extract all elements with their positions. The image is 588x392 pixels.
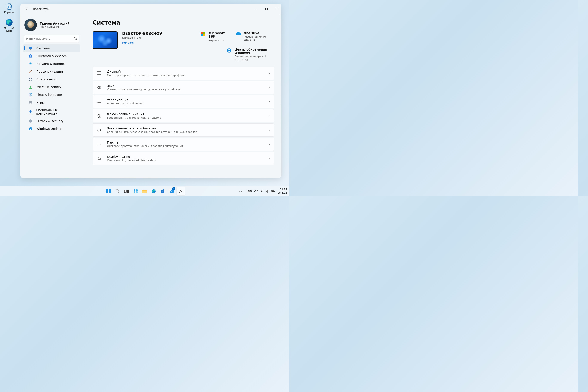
clock[interactable]: 21:57 28.6.21 [278,188,287,194]
svg-rect-17 [97,72,101,74]
nav-accessibility[interactable]: Специальные возможности [23,106,80,117]
card-nearby-title: Nearby sharing [107,155,264,158]
sidebar: Ткачев Анатолий info@comss.ru Система Bl… [20,14,83,178]
nav-privacy[interactable]: Privacy & security [23,117,80,125]
mail-button[interactable]: 1 [168,187,176,196]
svg-point-14 [30,110,31,111]
svg-rect-3 [29,47,32,49]
settings-taskbar[interactable] [176,187,185,196]
edge-taskbar[interactable] [149,187,158,196]
info-onedrive[interactable]: OneDrive Резервная копия сделана [236,32,274,42]
card-nearby[interactable]: Nearby sharing Discoverability, received… [93,152,274,165]
onedrive-icon [236,32,241,36]
svg-rect-21 [106,189,108,191]
svg-rect-26 [124,190,126,192]
edge-shortcut[interactable]: Microsoft Edge [2,18,17,32]
window-title: Параметры [33,7,50,10]
chevron-right-icon: › [269,100,270,103]
card-power-title: Завершение работы и батарея [107,126,264,130]
task-view[interactable] [122,187,131,196]
sync-icon [227,48,232,53]
svg-rect-24 [109,192,111,194]
start-button[interactable] [104,187,113,196]
card-sound-sub: Уровни громкости, вывод, ввод, звуковые … [107,88,264,91]
info-update-title: Центр обновления Windows [234,48,274,54]
rename-link[interactable]: Rename [122,41,134,44]
search-box [24,35,79,42]
recycle-bin-icon [5,2,14,11]
nav-gaming[interactable]: Игры [23,99,80,106]
bluetooth-icon [28,54,32,58]
card-sound[interactable]: Звук Уровни громкости, вывод, ввод, звук… [93,81,274,94]
minimize-button[interactable] [252,5,262,12]
info-onedrive-sub: Резервная копия сделана [244,35,274,41]
tray-icons[interactable] [254,190,275,193]
search-taskbar[interactable] [113,187,122,196]
svg-rect-35 [163,191,163,192]
wifi-tray-icon [260,190,264,192]
widgets-button[interactable] [131,187,140,196]
device-model: Surface Pro 6 [122,36,162,39]
display-icon [96,70,102,76]
update-icon [28,127,32,131]
profile-email: info@comss.ru [40,25,70,28]
card-notifications[interactable]: Уведомления Alerts from apps and system … [93,95,274,108]
explorer-button[interactable] [140,187,149,196]
nav-apps[interactable]: Приложения [23,76,80,83]
nav-bluetooth-label: Bluetooth & devices [36,54,66,58]
store-icon [160,189,165,194]
language-indicator[interactable]: ENG [246,190,252,193]
bell-icon [96,99,102,104]
svg-rect-30 [134,192,136,193]
card-notifications-sub: Alerts from apps and system [107,102,264,105]
share-icon [96,156,102,161]
nav-network[interactable]: Network & internet [23,60,80,68]
back-button[interactable] [22,5,30,12]
chevron-up-icon [240,190,242,192]
card-focus[interactable]: Фокусировка внимания Уведомления, автома… [93,109,274,122]
nav-personalization[interactable]: Персонализация [23,68,80,76]
scrollbar-thumb[interactable] [280,14,280,105]
nav-gaming-label: Игры [36,101,44,104]
store-button[interactable] [158,187,167,196]
profile-block[interactable]: Ткачев Анатолий info@comss.ru [24,19,79,31]
info-windows-update[interactable]: Центр обновления Windows Последняя прове… [227,48,274,61]
card-storage[interactable]: Память Дисковое пространство, диски, пра… [93,138,274,151]
search-icon [116,189,120,194]
search-input[interactable] [24,35,79,42]
close-button[interactable] [272,5,281,12]
svg-rect-27 [127,190,129,192]
task-view-icon [124,190,129,193]
maximize-button[interactable] [262,5,272,12]
close-icon [275,8,278,10]
svg-point-2 [74,37,76,39]
info-ms365-sub: Управление [209,39,229,42]
nav-time[interactable]: Time & language [23,91,80,99]
svg-rect-37 [163,192,163,192]
svg-point-25 [116,190,118,192]
nav-privacy-label: Privacy & security [36,119,64,123]
svg-point-39 [180,190,182,192]
device-thumbnail [93,32,118,49]
info-ms365[interactable]: Microsoft 365 Управление [201,32,229,42]
device-block: DESKTOP-ERBC4QV Surface Pro 6 Rename [93,32,197,61]
card-display[interactable]: Дисплей Мониторы, яркость, ночной свет, … [93,66,274,80]
card-power[interactable]: Завершение работы и батарея Спящий режим… [93,123,274,137]
info-cards: Microsoft 365 Управление OneDrive Резерв… [201,32,274,61]
widgets-icon [133,189,138,194]
scrollbar[interactable] [280,14,281,178]
recycle-bin[interactable]: Корзина [2,2,17,14]
card-focus-sub: Уведомления, автоматические правила [107,116,264,119]
svg-rect-10 [29,80,30,81]
nav-bluetooth[interactable]: Bluetooth & devices [23,52,80,60]
arrow-left-icon [24,7,28,10]
titlebar: Параметры [20,4,281,14]
tray-expand[interactable] [240,190,244,192]
nav-update[interactable]: Windows Update [23,125,80,132]
battery-tray-icon [271,190,275,192]
taskbar: 1 ENG 21:57 28.6.21 [0,186,289,196]
svg-rect-1 [266,8,268,10]
card-display-title: Дисплей [107,70,264,73]
nav-system[interactable]: Система [23,44,80,52]
nav-accounts[interactable]: Учетные записи [23,83,80,91]
